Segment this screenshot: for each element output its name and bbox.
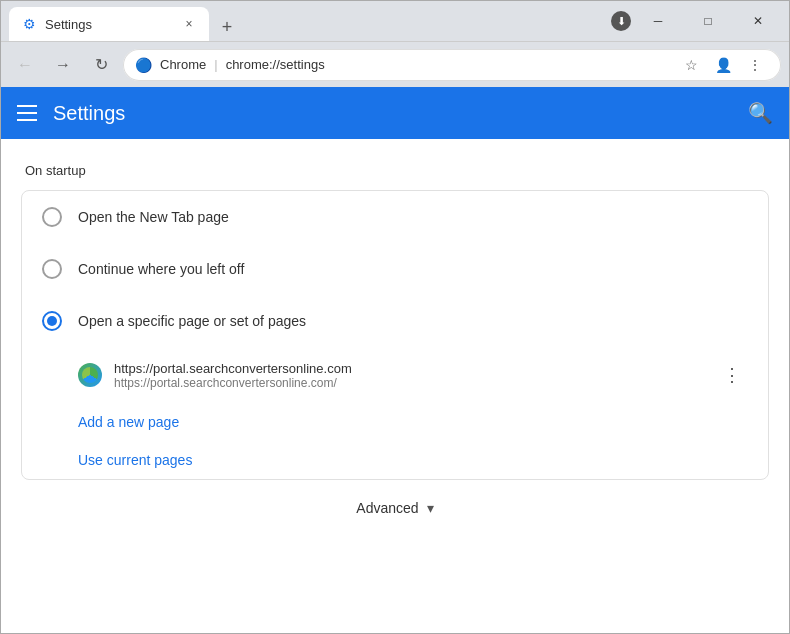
tab-close-button[interactable]: × (181, 16, 197, 32)
startup-options-card: Open the New Tab page Continue where you… (21, 190, 769, 480)
add-new-page-label[interactable]: Add a new page (78, 414, 179, 430)
radio-specific[interactable] (42, 311, 62, 331)
radio-new-tab[interactable] (42, 207, 62, 227)
settings-header-title: Settings (53, 102, 125, 125)
settings-header: Settings 🔍 (1, 87, 789, 139)
option-continue[interactable]: Continue where you left off (22, 243, 768, 295)
minimize-button[interactable]: ─ (635, 5, 681, 37)
tab-favicon-icon: ⚙ (21, 16, 37, 32)
site-info: https://portal.searchconvertersonline.co… (114, 361, 704, 390)
use-current-pages-button[interactable]: Use current pages (22, 441, 768, 479)
tab-title: Settings (45, 17, 173, 32)
option-new-tab[interactable]: Open the New Tab page (22, 191, 768, 243)
address-favicon-icon: 🔵 (135, 57, 152, 73)
close-button[interactable]: ✕ (735, 5, 781, 37)
bookmark-icon[interactable]: ☆ (677, 51, 705, 79)
radio-continue[interactable] (42, 259, 62, 279)
advanced-chevron-icon: ▾ (427, 500, 434, 516)
use-current-pages-label[interactable]: Use current pages (78, 452, 192, 468)
add-new-page-button[interactable]: Add a new page (22, 403, 768, 441)
site-url-sub: https://portal.searchconvertersonline.co… (114, 376, 704, 390)
site-favicon-icon (78, 363, 102, 387)
address-url: chrome://settings (226, 57, 325, 72)
address-bar-icons: ☆ 👤 ⋮ (677, 51, 769, 79)
profile-download-icon: ⬇ (611, 11, 631, 31)
option-specific-label: Open a specific page or set of pages (78, 313, 306, 329)
address-site-name: Chrome (160, 57, 206, 72)
hamburger-menu-icon[interactable] (17, 105, 37, 121)
site-menu-button[interactable]: ⋮ (716, 359, 748, 391)
option-continue-label: Continue where you left off (78, 261, 244, 277)
advanced-section[interactable]: Advanced ▾ (1, 480, 789, 536)
browser-menu-icon[interactable]: ⋮ (741, 51, 769, 79)
title-bar: ⚙ Settings × + ⬇ ─ □ ✕ (1, 1, 789, 41)
tab-strip: ⚙ Settings × + (9, 1, 603, 41)
reload-button[interactable]: ↻ (85, 49, 117, 81)
website-entry: https://portal.searchconvertersonline.co… (22, 347, 768, 403)
back-button[interactable]: ← (9, 49, 41, 81)
advanced-label: Advanced (356, 500, 418, 516)
window-controls: ─ □ ✕ (635, 5, 781, 37)
settings-search-icon[interactable]: 🔍 (748, 101, 773, 125)
nav-bar: ← → ↻ 🔵 Chrome | chrome://settings ☆ 👤 ⋮ (1, 41, 789, 87)
address-bar[interactable]: 🔵 Chrome | chrome://settings ☆ 👤 ⋮ (123, 49, 781, 81)
profile-icon[interactable]: 👤 (709, 51, 737, 79)
option-new-tab-label: Open the New Tab page (78, 209, 229, 225)
page-area: Settings 🔍 On startup Open the New Tab p… (1, 87, 789, 633)
option-specific[interactable]: Open a specific page or set of pages (22, 295, 768, 347)
site-url: https://portal.searchconvertersonline.co… (114, 361, 704, 376)
active-tab[interactable]: ⚙ Settings × (9, 7, 209, 41)
section-title: On startup (1, 163, 789, 178)
settings-content: On startup Open the New Tab page Continu… (1, 139, 789, 633)
forward-button[interactable]: → (47, 49, 79, 81)
new-tab-button[interactable]: + (213, 13, 241, 41)
browser-window: ⚙ Settings × + ⬇ ─ □ ✕ ← → ↻ 🔵 Chrome | … (0, 0, 790, 634)
maximize-button[interactable]: □ (685, 5, 731, 37)
address-separator: | (214, 57, 217, 72)
